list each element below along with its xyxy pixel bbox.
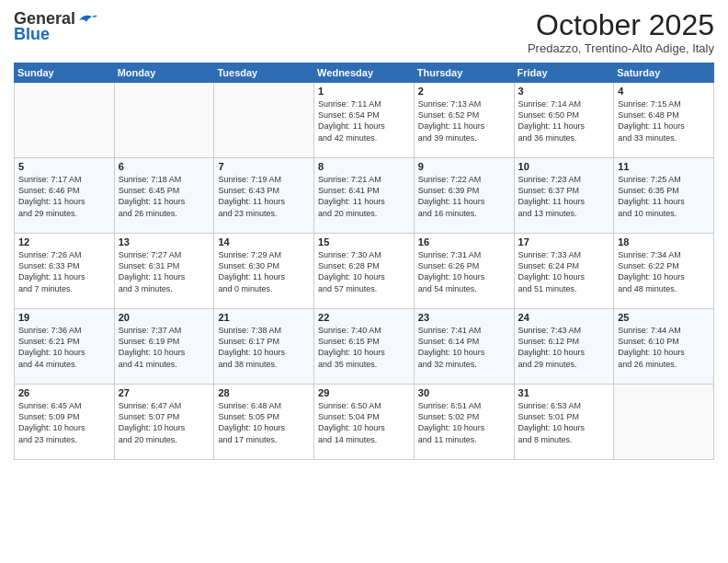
day-number: 11 bbox=[618, 161, 710, 172]
day-info: Sunrise: 7:41 AM Sunset: 6:14 PM Dayligh… bbox=[418, 325, 510, 370]
day-number: 19 bbox=[18, 312, 110, 323]
day-info: Sunrise: 7:33 AM Sunset: 6:24 PM Dayligh… bbox=[518, 249, 610, 294]
day-info: Sunrise: 6:53 AM Sunset: 5:01 PM Dayligh… bbox=[518, 400, 610, 445]
col-thursday: Thursday bbox=[414, 63, 514, 83]
calendar-cell: 17Sunrise: 7:33 AM Sunset: 6:24 PM Dayli… bbox=[514, 234, 614, 309]
calendar-cell: 8Sunrise: 7:21 AM Sunset: 6:41 PM Daylig… bbox=[314, 158, 415, 234]
day-info: Sunrise: 6:51 AM Sunset: 5:02 PM Dayligh… bbox=[418, 400, 510, 445]
day-info: Sunrise: 7:37 AM Sunset: 6:19 PM Dayligh… bbox=[119, 325, 210, 370]
calendar-cell bbox=[15, 83, 115, 158]
day-info: Sunrise: 6:47 AM Sunset: 5:07 PM Dayligh… bbox=[119, 400, 210, 445]
day-info: Sunrise: 7:43 AM Sunset: 6:12 PM Dayligh… bbox=[518, 325, 610, 370]
calendar-cell: 13Sunrise: 7:27 AM Sunset: 6:31 PM Dayli… bbox=[114, 234, 214, 309]
day-number: 20 bbox=[119, 312, 210, 323]
day-number: 25 bbox=[618, 312, 710, 323]
location-subtitle: Predazzo, Trentino-Alto Adige, Italy bbox=[528, 41, 714, 55]
calendar: Sunday Monday Tuesday Wednesday Thursday… bbox=[14, 63, 714, 460]
logo-bird-icon bbox=[77, 13, 97, 28]
calendar-cell: 1Sunrise: 7:11 AM Sunset: 6:54 PM Daylig… bbox=[314, 83, 415, 158]
calendar-cell: 24Sunrise: 7:43 AM Sunset: 6:12 PM Dayli… bbox=[514, 309, 614, 385]
day-number: 9 bbox=[418, 161, 510, 172]
calendar-cell: 4Sunrise: 7:15 AM Sunset: 6:48 PM Daylig… bbox=[614, 83, 714, 158]
col-saturday: Saturday bbox=[614, 63, 714, 83]
page: General Blue October 2025 Predazzo, Tren… bbox=[0, 0, 728, 563]
day-number: 13 bbox=[119, 236, 210, 247]
col-friday: Friday bbox=[514, 63, 614, 83]
day-info: Sunrise: 7:31 AM Sunset: 6:26 PM Dayligh… bbox=[418, 249, 510, 294]
logo-blue: Blue bbox=[14, 25, 50, 44]
day-info: Sunrise: 7:13 AM Sunset: 6:52 PM Dayligh… bbox=[418, 98, 510, 144]
day-number: 30 bbox=[418, 387, 510, 398]
day-number: 24 bbox=[518, 312, 610, 323]
logo: General Blue bbox=[14, 9, 97, 44]
day-info: Sunrise: 7:19 AM Sunset: 6:43 PM Dayligh… bbox=[218, 174, 310, 219]
calendar-cell: 22Sunrise: 7:40 AM Sunset: 6:15 PM Dayli… bbox=[314, 309, 415, 385]
calendar-cell: 9Sunrise: 7:22 AM Sunset: 6:39 PM Daylig… bbox=[414, 158, 514, 234]
day-info: Sunrise: 7:25 AM Sunset: 6:35 PM Dayligh… bbox=[618, 174, 710, 219]
calendar-cell bbox=[114, 83, 214, 158]
calendar-cell: 18Sunrise: 7:34 AM Sunset: 6:22 PM Dayli… bbox=[614, 234, 714, 309]
day-info: Sunrise: 7:18 AM Sunset: 6:45 PM Dayligh… bbox=[119, 174, 210, 219]
calendar-cell: 23Sunrise: 7:41 AM Sunset: 6:14 PM Dayli… bbox=[414, 309, 514, 385]
calendar-week-row: 5Sunrise: 7:17 AM Sunset: 6:46 PM Daylig… bbox=[15, 158, 714, 234]
day-number: 10 bbox=[518, 161, 610, 172]
calendar-cell: 5Sunrise: 7:17 AM Sunset: 6:46 PM Daylig… bbox=[15, 158, 115, 234]
day-info: Sunrise: 7:14 AM Sunset: 6:50 PM Dayligh… bbox=[518, 98, 610, 144]
day-number: 6 bbox=[119, 161, 210, 172]
day-number: 3 bbox=[518, 86, 610, 97]
day-number: 18 bbox=[618, 236, 710, 247]
calendar-cell: 20Sunrise: 7:37 AM Sunset: 6:19 PM Dayli… bbox=[114, 309, 214, 385]
day-info: Sunrise: 7:15 AM Sunset: 6:48 PM Dayligh… bbox=[618, 98, 710, 144]
col-sunday: Sunday bbox=[15, 63, 115, 83]
day-number: 22 bbox=[318, 312, 410, 323]
calendar-cell: 19Sunrise: 7:36 AM Sunset: 6:21 PM Dayli… bbox=[15, 309, 115, 385]
day-number: 29 bbox=[318, 387, 410, 398]
day-info: Sunrise: 7:27 AM Sunset: 6:31 PM Dayligh… bbox=[119, 249, 210, 294]
day-number: 21 bbox=[218, 312, 310, 323]
calendar-cell: 27Sunrise: 6:47 AM Sunset: 5:07 PM Dayli… bbox=[114, 385, 214, 460]
title-block: October 2025 Predazzo, Trentino-Alto Adi… bbox=[528, 9, 714, 55]
calendar-cell: 26Sunrise: 6:45 AM Sunset: 5:09 PM Dayli… bbox=[15, 385, 115, 460]
day-info: Sunrise: 7:36 AM Sunset: 6:21 PM Dayligh… bbox=[18, 325, 110, 370]
day-number: 17 bbox=[518, 236, 610, 247]
day-info: Sunrise: 7:38 AM Sunset: 6:17 PM Dayligh… bbox=[218, 325, 310, 370]
month-title: October 2025 bbox=[528, 9, 714, 41]
calendar-cell: 25Sunrise: 7:44 AM Sunset: 6:10 PM Dayli… bbox=[614, 309, 714, 385]
header: General Blue October 2025 Predazzo, Tren… bbox=[14, 9, 714, 55]
calendar-cell: 30Sunrise: 6:51 AM Sunset: 5:02 PM Dayli… bbox=[414, 385, 514, 460]
day-number: 31 bbox=[518, 387, 610, 398]
day-number: 8 bbox=[318, 161, 410, 172]
day-info: Sunrise: 7:17 AM Sunset: 6:46 PM Dayligh… bbox=[18, 174, 110, 219]
day-info: Sunrise: 7:21 AM Sunset: 6:41 PM Dayligh… bbox=[318, 174, 410, 219]
day-info: Sunrise: 7:44 AM Sunset: 6:10 PM Dayligh… bbox=[618, 325, 710, 370]
day-number: 7 bbox=[218, 161, 310, 172]
calendar-week-row: 12Sunrise: 7:26 AM Sunset: 6:33 PM Dayli… bbox=[15, 234, 714, 309]
day-number: 14 bbox=[218, 236, 310, 247]
day-number: 4 bbox=[618, 86, 710, 97]
calendar-cell: 7Sunrise: 7:19 AM Sunset: 6:43 PM Daylig… bbox=[214, 158, 314, 234]
calendar-cell: 12Sunrise: 7:26 AM Sunset: 6:33 PM Dayli… bbox=[15, 234, 115, 309]
day-number: 23 bbox=[418, 312, 510, 323]
calendar-cell: 15Sunrise: 7:30 AM Sunset: 6:28 PM Dayli… bbox=[314, 234, 415, 309]
day-number: 28 bbox=[218, 387, 310, 398]
calendar-week-row: 19Sunrise: 7:36 AM Sunset: 6:21 PM Dayli… bbox=[15, 309, 714, 385]
calendar-week-row: 26Sunrise: 6:45 AM Sunset: 5:09 PM Dayli… bbox=[15, 385, 714, 460]
calendar-cell: 11Sunrise: 7:25 AM Sunset: 6:35 PM Dayli… bbox=[614, 158, 714, 234]
day-number: 2 bbox=[418, 86, 510, 97]
day-info: Sunrise: 6:50 AM Sunset: 5:04 PM Dayligh… bbox=[318, 400, 410, 445]
calendar-header-row: Sunday Monday Tuesday Wednesday Thursday… bbox=[15, 63, 714, 83]
day-number: 27 bbox=[119, 387, 210, 398]
calendar-cell: 16Sunrise: 7:31 AM Sunset: 6:26 PM Dayli… bbox=[414, 234, 514, 309]
calendar-cell: 21Sunrise: 7:38 AM Sunset: 6:17 PM Dayli… bbox=[214, 309, 314, 385]
calendar-cell bbox=[614, 385, 714, 460]
calendar-cell: 3Sunrise: 7:14 AM Sunset: 6:50 PM Daylig… bbox=[514, 83, 614, 158]
calendar-week-row: 1Sunrise: 7:11 AM Sunset: 6:54 PM Daylig… bbox=[15, 83, 714, 158]
day-info: Sunrise: 7:23 AM Sunset: 6:37 PM Dayligh… bbox=[518, 174, 610, 219]
day-info: Sunrise: 7:29 AM Sunset: 6:30 PM Dayligh… bbox=[218, 249, 310, 294]
calendar-cell: 6Sunrise: 7:18 AM Sunset: 6:45 PM Daylig… bbox=[114, 158, 214, 234]
day-info: Sunrise: 7:22 AM Sunset: 6:39 PM Dayligh… bbox=[418, 174, 510, 219]
day-info: Sunrise: 6:45 AM Sunset: 5:09 PM Dayligh… bbox=[18, 400, 110, 445]
calendar-cell: 31Sunrise: 6:53 AM Sunset: 5:01 PM Dayli… bbox=[514, 385, 614, 460]
day-info: Sunrise: 6:48 AM Sunset: 5:05 PM Dayligh… bbox=[218, 400, 310, 445]
calendar-cell bbox=[214, 83, 314, 158]
